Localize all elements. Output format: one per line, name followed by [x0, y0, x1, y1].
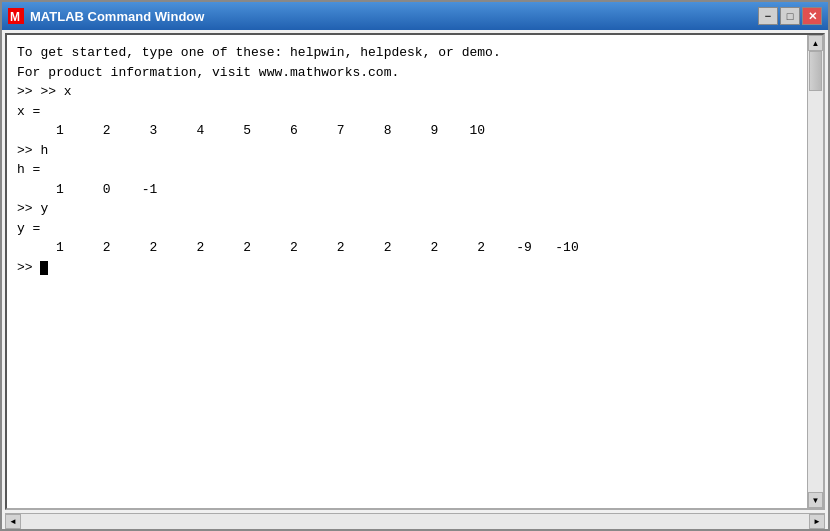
- cursor: [40, 261, 48, 275]
- matlab-window: M MATLAB Command Window − □ ✕ To get sta…: [0, 0, 830, 531]
- scroll-thumb-vertical[interactable]: [809, 51, 822, 91]
- cmd-x: >> >> x: [17, 82, 797, 102]
- h-values: 1 0 -1: [17, 180, 797, 200]
- content-area: To get started, type one of these: helpw…: [5, 33, 825, 510]
- window-controls: − □ ✕: [758, 7, 822, 25]
- vertical-scrollbar: ▲ ▼: [807, 35, 823, 508]
- scroll-left-button[interactable]: ◄: [5, 514, 21, 529]
- minimize-button[interactable]: −: [758, 7, 778, 25]
- matlab-icon: M: [8, 8, 24, 24]
- close-button[interactable]: ✕: [802, 7, 822, 25]
- horizontal-scrollbar: ◄ ►: [5, 513, 825, 529]
- cmd-y: >> y: [17, 199, 797, 219]
- cmd-h: >> h: [17, 141, 797, 161]
- scroll-up-button[interactable]: ▲: [808, 35, 823, 51]
- scroll-down-button[interactable]: ▼: [808, 492, 823, 508]
- window-title: MATLAB Command Window: [30, 9, 758, 24]
- y-eq: y =: [17, 219, 797, 239]
- x-values: 1 2 3 4 5 6 7 8 9 10: [17, 121, 797, 141]
- title-bar: M MATLAB Command Window − □ ✕: [2, 2, 828, 30]
- scroll-track-horizontal[interactable]: [21, 514, 809, 529]
- intro-line1: To get started, type one of these: helpw…: [17, 43, 797, 63]
- prompt-x: >>: [17, 84, 40, 99]
- maximize-button[interactable]: □: [780, 7, 800, 25]
- current-prompt: >>: [17, 258, 797, 278]
- h-eq: h =: [17, 160, 797, 180]
- command-window-console[interactable]: To get started, type one of these: helpw…: [7, 35, 807, 508]
- svg-text:M: M: [10, 10, 20, 24]
- scroll-track-vertical[interactable]: [808, 51, 823, 492]
- y-values: 1 2 2 2 2 2 2 2 2 2 -9 -10: [17, 238, 797, 258]
- x-eq: x =: [17, 102, 797, 122]
- intro-line2: For product information, visit www.mathw…: [17, 63, 797, 83]
- scroll-right-button[interactable]: ►: [809, 514, 825, 529]
